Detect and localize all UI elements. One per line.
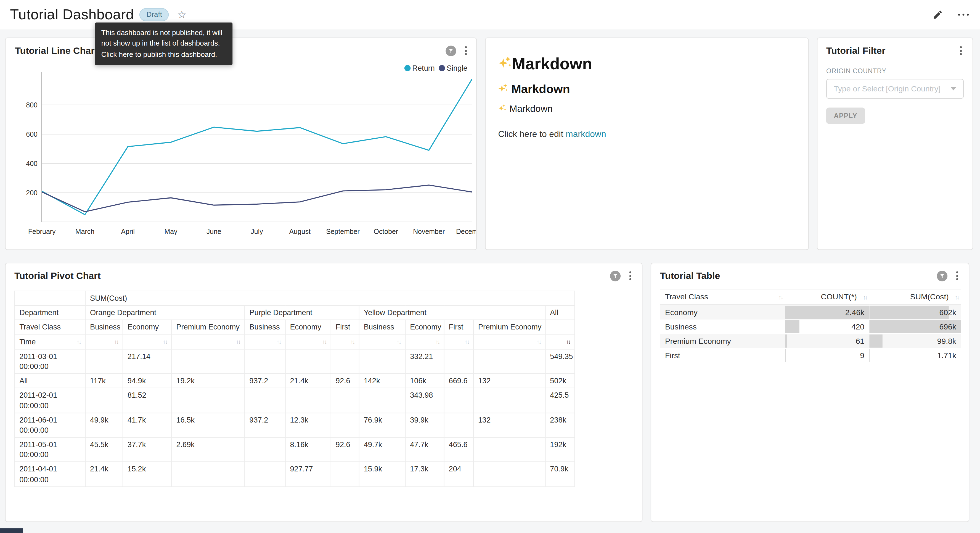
table-row: First91.71k	[660, 348, 961, 362]
sparkles-icon	[498, 54, 512, 74]
markdown-card[interactable]: Markdown Markdown Markdown Click here to…	[485, 38, 809, 250]
card-header: Tutorial Filter	[826, 45, 964, 56]
markdown-text: Markdown	[511, 83, 570, 96]
pivot-row: 2011-06-0100:00:0049.9k41.7k16.5k937.212…	[14, 413, 575, 437]
sort-icon[interactable]: ↑↓	[234, 337, 240, 346]
draft-badge[interactable]: Draft	[140, 8, 169, 21]
svg-text:September: September	[326, 228, 360, 235]
filter-badge-icon[interactable]	[610, 270, 620, 281]
pivot-value-cell	[444, 388, 473, 413]
pivot-value-cell: 92.6	[331, 373, 359, 388]
svg-text:August: August	[289, 228, 311, 235]
svg-text:400: 400	[26, 160, 38, 168]
pivot-value-cell: 49.9k	[85, 413, 123, 437]
pivot-value-cell: 106k	[405, 373, 444, 388]
pivot-row: 2011-05-0100:00:0045.5k37.7k2.69k8.16k92…	[14, 437, 575, 462]
edit-icon[interactable]	[932, 10, 943, 20]
pivot-sort-cell: ↑↓	[85, 334, 123, 349]
count-cell: 9	[785, 348, 870, 362]
summary-col-header[interactable]: COUNT(*)↑↓	[785, 289, 870, 305]
pivot-value-cell: 343.98	[405, 388, 444, 413]
pivot-value-cell	[473, 388, 545, 413]
pivot-value-cell: 17.3k	[405, 462, 444, 487]
sum-bar	[869, 306, 949, 319]
sort-icon[interactable]: ↑↓	[535, 337, 541, 346]
markdown-edit-link[interactable]: markdown	[566, 129, 606, 139]
filter-badge-icon[interactable]	[937, 270, 947, 281]
pivot-value-cell: 8.16k	[285, 437, 331, 462]
kebab-menu-icon[interactable]	[958, 45, 964, 56]
card-actions	[610, 270, 633, 281]
pivot-value-cell: 332.21	[405, 349, 444, 373]
sort-icon[interactable]: ↑↓	[348, 337, 355, 346]
sum-bar	[869, 334, 883, 348]
filter-badge-icon[interactable]	[445, 45, 456, 56]
pivot-time-row: Time↑↓↑↓↑↓↑↓↑↓↑↓↑↓↑↓↑↓↑↓↑↓↑↓	[14, 334, 575, 349]
chart-title: Tutorial Table	[660, 270, 720, 281]
pivot-row: 2011-03-0100:00:00217.14332.21549.35	[14, 349, 575, 373]
sort-icon[interactable]: ↑↓	[463, 337, 469, 346]
pivot-measure-label: SUM(Cost)	[85, 291, 575, 305]
pivot-sort-cell: ↑↓	[331, 334, 359, 349]
summary-col-header[interactable]: Travel Class↑↓	[660, 289, 785, 305]
pivot-col-group: Yellow Department	[359, 305, 546, 320]
pivot-col-header: Economy	[123, 320, 172, 334]
markdown-heading-2: Markdown	[498, 83, 795, 96]
pivot-col-header: Economy	[405, 320, 444, 334]
sort-icon[interactable]: ↑↓	[112, 337, 118, 346]
svg-text:December: December	[456, 228, 476, 235]
sort-icon[interactable]: ↑↓	[776, 293, 783, 302]
kebab-menu-icon[interactable]	[463, 45, 469, 56]
kebab-menu-icon[interactable]	[627, 270, 633, 281]
pivot-value-cell: 92.6	[331, 437, 359, 462]
pivot-value-cell: 45.5k	[85, 437, 123, 462]
sort-icon[interactable]: ↑↓	[953, 293, 959, 302]
pivot-time-cell: 2011-05-0100:00:00	[14, 437, 85, 462]
dashboard-row-1: Tutorial Line Chart Return	[5, 38, 975, 250]
sort-icon[interactable]: ↑↓	[564, 337, 570, 346]
pivot-value-cell: 117k	[85, 373, 123, 388]
sort-icon[interactable]: ↑↓	[75, 337, 81, 346]
pivot-sort-cell: ↑↓	[473, 334, 545, 349]
origin-country-select[interactable]: Type or Select [Origin Country]	[826, 79, 964, 99]
more-menu-icon[interactable]	[958, 11, 969, 18]
apply-button[interactable]: APPLY	[826, 107, 865, 124]
count-bar	[785, 320, 799, 334]
chart-title: Tutorial Pivot Chart	[14, 270, 101, 281]
pivot-value-cell	[172, 462, 245, 487]
favorite-star-icon[interactable]: ☆	[177, 10, 187, 20]
pivot-value-cell	[444, 413, 473, 437]
sort-icon[interactable]: ↑↓	[161, 337, 167, 346]
sort-icon[interactable]: ↑↓	[433, 337, 439, 346]
dashboard-row-2: Tutorial Pivot Chart SUM(Cost)Department…	[5, 263, 975, 522]
dashboard-grid: Tutorial Line Chart Return	[0, 29, 980, 522]
pivot-value-cell: 70.9k	[545, 462, 575, 487]
card-actions	[445, 45, 469, 56]
svg-text:October: October	[374, 228, 398, 235]
pivot-sort-cell: ↑↓	[245, 334, 285, 349]
sum-bar	[869, 349, 870, 362]
summary-col-header[interactable]: SUM(Cost)↑↓	[869, 289, 961, 305]
sort-icon[interactable]: ↑↓	[275, 337, 281, 346]
kebab-menu-icon[interactable]	[955, 270, 960, 281]
sum-cell: 99.8k	[869, 334, 961, 348]
select-placeholder: Type or Select [Origin Country]	[834, 85, 940, 93]
pivot-class-row: Travel ClassBusinessEconomyPremium Econo…	[14, 320, 575, 334]
card-header: Tutorial Pivot Chart	[14, 270, 633, 281]
sort-icon[interactable]: ↑↓	[395, 337, 401, 346]
pivot-col-group: Purple Department	[245, 305, 359, 320]
pivot-value-cell: 15.9k	[359, 462, 406, 487]
pivot-value-cell	[331, 413, 359, 437]
svg-text:July: July	[251, 228, 263, 235]
filter-card: Tutorial Filter ORIGIN COUNTRY Type or S…	[817, 38, 973, 250]
sort-icon[interactable]: ↑↓	[320, 337, 326, 346]
count-cell: 2.46k	[785, 305, 870, 319]
pivot-col-group: Orange Department	[85, 305, 245, 320]
pivot-value-cell	[85, 349, 123, 373]
pivot-corner-blank	[14, 291, 85, 305]
sort-icon[interactable]: ↑↓	[861, 293, 867, 302]
markdown-footer-text: Click here to edit	[498, 129, 563, 139]
pivot-measure-row: SUM(Cost)	[14, 291, 575, 305]
pivot-time-cell: 2011-06-0100:00:00	[14, 413, 85, 437]
pivot-value-cell	[245, 437, 285, 462]
